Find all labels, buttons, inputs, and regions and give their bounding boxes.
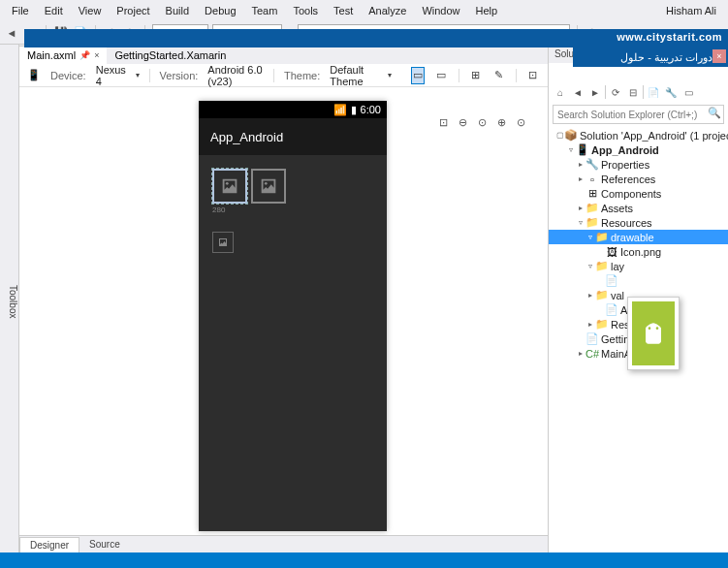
menu-team[interactable]: Team: [244, 2, 286, 19]
layout-mode-2[interactable]: ▭: [434, 67, 448, 84]
image-placeholder-icon: [258, 175, 279, 197]
toolbox-strip[interactable]: Toolbox: [0, 45, 19, 552]
menu-help[interactable]: Help: [468, 2, 506, 19]
image-placeholder-icon: [219, 175, 240, 197]
theme-label: Theme:: [284, 70, 320, 81]
fit-icon[interactable]: ⊡: [435, 114, 451, 130]
tool-3[interactable]: ⊡: [526, 67, 540, 84]
device-value[interactable]: Nexus 4: [96, 64, 126, 87]
battery-icon: ▮: [351, 104, 357, 116]
menu-view[interactable]: View: [71, 2, 110, 19]
android-icon: [632, 301, 675, 365]
design-surface[interactable]: ⊡ ⊖ ⊙ ⊕ ⊙ 📶 ▮ 6:00 App_Android: [19, 87, 548, 535]
zoom-controls: ⊡ ⊖ ⊙ ⊕ ⊙: [435, 114, 528, 130]
brand-url-banner: www.citystarit.com: [24, 29, 728, 47]
drag-preview: [627, 297, 680, 370]
tree-layout-file[interactable]: 📄: [549, 273, 728, 288]
phone-preview: 📶 ▮ 6:00 App_Android 280: [199, 101, 387, 531]
tab-label: GettingStarted.Xamarin: [114, 49, 226, 61]
layout-mode-1[interactable]: ▭: [411, 67, 425, 84]
search-icon[interactable]: 🔍: [708, 107, 721, 119]
theme-value[interactable]: Default Theme: [330, 64, 377, 87]
version-value[interactable]: Android 6.0 (v23): [207, 64, 264, 87]
menu-window[interactable]: Window: [414, 2, 467, 19]
menu-bar: File Edit View Project Build Debug Team …: [0, 0, 728, 21]
device-icon: 📱: [27, 69, 41, 81]
bottom-tabs: Designer Source: [19, 535, 548, 552]
clock: 6:00: [361, 104, 381, 115]
tool-1[interactable]: ⊞: [468, 67, 482, 84]
se-toolbar: ⌂ ◄ ► ⟳ ⊟ 📄 🔧 ▭: [549, 81, 728, 103]
show-all-icon[interactable]: 📄: [646, 84, 661, 100]
image-placeholder-icon: [217, 237, 229, 248]
tree-drawable[interactable]: ▿📁drawable: [549, 230, 728, 244]
properties-icon[interactable]: 🔧: [663, 84, 679, 100]
nav-back-icon[interactable]: ◄: [570, 84, 586, 100]
home-icon[interactable]: ⌂: [553, 84, 568, 100]
designer-toolbar: 📱 Device: Nexus 4 ▾ Version: Android 6.0…: [19, 64, 548, 87]
close-icon[interactable]: ×: [712, 49, 726, 63]
app-body[interactable]: 280: [199, 155, 387, 267]
signal-icon: 📶: [333, 104, 347, 116]
menu-project[interactable]: Project: [109, 2, 157, 19]
tree-icon-png[interactable]: 🖼Icon.png: [549, 244, 728, 259]
tree-assets[interactable]: ▸📁Assets: [549, 201, 728, 215]
version-label: Version:: [160, 70, 199, 81]
zoom-100-icon[interactable]: ⊙: [513, 114, 528, 130]
tree-resources[interactable]: ▿📁Resources: [549, 215, 728, 230]
designer-tab[interactable]: Designer: [19, 537, 79, 552]
zoom-in-icon[interactable]: ⊕: [493, 114, 509, 130]
menu-build[interactable]: Build: [158, 2, 197, 19]
source-tab[interactable]: Source: [79, 537, 130, 552]
menu-tools[interactable]: Tools: [285, 2, 326, 19]
tree-properties[interactable]: ▸🔧Properties: [549, 157, 728, 172]
tree-references[interactable]: ▸▫References: [549, 172, 728, 186]
menu-file[interactable]: File: [4, 2, 37, 19]
close-tab-icon[interactable]: ×: [94, 50, 99, 60]
nav-fwd-icon[interactable]: ►: [587, 84, 603, 100]
svg-point-0: [226, 182, 229, 185]
sel-label: 280: [212, 205, 247, 214]
refresh-icon[interactable]: ⟳: [608, 84, 623, 100]
preview-icon[interactable]: ▭: [681, 84, 696, 100]
pin-icon[interactable]: 📌: [79, 50, 90, 60]
status-bar: 📶 ▮ 6:00: [199, 101, 387, 118]
back-icon[interactable]: ◄: [4, 25, 19, 41]
status-footer: [0, 552, 728, 568]
menu-edit[interactable]: Edit: [37, 2, 71, 19]
tree-project[interactable]: ▿📱App_Android: [549, 142, 728, 157]
tree-components[interactable]: ⊞Components: [549, 186, 728, 201]
brand-arabic-banner: دورات تدريبية - حلول ×: [573, 47, 728, 67]
brand-arabic: دورات تدريبية - حلول: [620, 51, 712, 64]
se-search: 🔍: [553, 105, 724, 124]
tab-getting-started[interactable]: GettingStarted.Xamarin: [107, 46, 234, 64]
svg-point-1: [265, 182, 268, 185]
image-view-1[interactable]: [212, 169, 247, 204]
collapse-icon[interactable]: ⊟: [625, 84, 641, 100]
document-tabs: Main.axml 📌 × GettingStarted.Xamarin: [19, 45, 548, 64]
tab-main-axml[interactable]: Main.axml 📌 ×: [19, 46, 107, 64]
tree-solution[interactable]: ▢📦Solution 'App_Android' (1 project): [549, 128, 728, 142]
tree-layout[interactable]: ▿📁lay: [549, 259, 728, 273]
image-view-small[interactable]: [212, 232, 234, 253]
device-label: Device:: [50, 70, 86, 81]
tool-2[interactable]: ✎: [492, 67, 506, 84]
menu-test[interactable]: Test: [326, 2, 361, 19]
menu-debug[interactable]: Debug: [197, 2, 243, 19]
tab-label: Main.axml: [27, 49, 76, 61]
app-title-bar: App_Android: [199, 118, 387, 155]
solution-explorer: Solution Explorer ⌂ ◄ ► ⟳ ⊟ 📄 🔧 ▭ 🔍 ▢📦So…: [548, 45, 728, 552]
zoom-reset-icon[interactable]: ⊙: [474, 114, 490, 130]
user-name[interactable]: Hisham Ali: [666, 5, 724, 16]
brand-url: www.citystarit.com: [617, 31, 722, 43]
image-view-2[interactable]: [251, 169, 286, 204]
zoom-out-icon[interactable]: ⊖: [455, 114, 470, 130]
menu-analyze[interactable]: Analyze: [361, 2, 414, 19]
editor-panel: Main.axml 📌 × GettingStarted.Xamarin 📱 D…: [19, 45, 548, 552]
search-input[interactable]: [553, 105, 724, 124]
